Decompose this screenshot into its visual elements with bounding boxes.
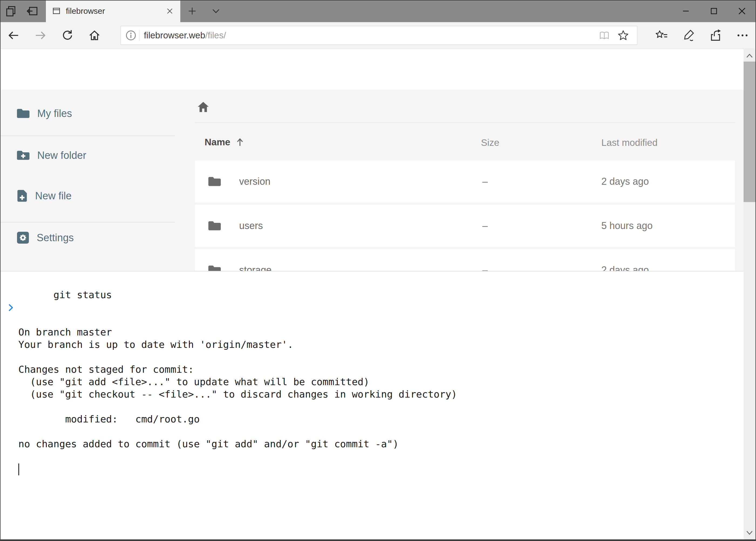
terminal-command: git status: [54, 289, 112, 300]
home-button[interactable]: [81, 22, 108, 49]
browser-tab-bar: filebrowser: [0, 0, 756, 22]
hub-favorites-button[interactable]: [648, 22, 675, 49]
terminal-cursor: [18, 463, 19, 475]
browser-tab-filebrowser[interactable]: filebrowser: [46, 0, 180, 22]
home-icon: [197, 101, 209, 113]
folder-icon: [208, 265, 221, 271]
file-row-users[interactable]: users – 5 hours ago: [195, 205, 735, 247]
sidebar-divider: [0, 222, 175, 223]
tab-close-icon[interactable]: [166, 7, 174, 15]
tab-preview-button[interactable]: [0, 0, 21, 22]
terminal-output-line: [0, 351, 756, 363]
tab-favicon: [52, 7, 61, 15]
terminal-output-line: Changes not staged for commit:: [0, 363, 756, 376]
folder-icon: [208, 176, 221, 187]
url-text: filebrowser.web/files/: [144, 30, 226, 41]
file-modified: 5 hours ago: [601, 220, 652, 232]
new-tab-button[interactable]: [180, 0, 204, 22]
terminal-output-line: Your branch is up to date with 'origin/m…: [0, 338, 756, 351]
window-border: [0, 0, 756, 1]
site-info-icon[interactable]: [125, 30, 136, 41]
file-size: –: [482, 265, 488, 271]
window-maximize-button[interactable]: [700, 0, 728, 22]
terminal-output-line: (use "git add <file>..." to update what …: [0, 376, 756, 388]
terminal-output-line: [0, 450, 756, 463]
file-name: version: [239, 176, 270, 187]
add-favorite-star-icon[interactable]: [614, 29, 632, 41]
new-folder-icon: [17, 150, 30, 161]
address-bar[interactable]: filebrowser.web/files/: [121, 26, 637, 45]
listing-column-headers: Name Size Last modified: [195, 135, 735, 152]
url-path: /files/: [205, 30, 226, 40]
page-scrollbar[interactable]: [744, 49, 755, 539]
sidebar-item-settings[interactable]: Settings: [17, 229, 74, 246]
scrollbar-thumb[interactable]: [744, 62, 755, 202]
terminal-output-line: On branch master: [0, 326, 756, 338]
sidebar-item-label: Settings: [37, 232, 74, 244]
terminal-output-line: no changes added to commit (use "git add…: [0, 438, 756, 450]
tab-title: filebrowser: [66, 6, 160, 16]
tab-preview-icon: [5, 5, 17, 17]
refresh-button[interactable]: [54, 22, 81, 49]
chevron-down-icon: [746, 530, 753, 536]
file-row-storage[interactable]: storage – 2 days ago: [195, 249, 735, 271]
reading-view-icon[interactable]: [595, 29, 614, 41]
terminal-output-line: modified: cmd/root.go: [0, 413, 756, 425]
browser-window: filebrowser: [0, 0, 756, 541]
file-size: –: [482, 220, 488, 232]
breadcrumb-home-button[interactable]: [197, 101, 209, 113]
terminal-panel[interactable]: git status On branch master Your branch …: [0, 271, 756, 539]
file-name: storage: [239, 265, 272, 271]
column-header-name[interactable]: Name: [205, 137, 244, 148]
sidebar-item-label: My files: [37, 108, 72, 119]
file-size: –: [482, 176, 488, 187]
sidebar-item-my-files[interactable]: My files: [17, 105, 72, 122]
url-domain: filebrowser.web: [144, 30, 205, 40]
scrollbar-up-button[interactable]: [744, 49, 755, 62]
chevron-up-icon: [746, 53, 753, 58]
browser-navbar: filebrowser.web/files/: [0, 22, 756, 49]
window-border: [0, 0, 1, 541]
window-border: [0, 539, 756, 541]
sidebar-divider: [0, 136, 175, 136]
file-row-version[interactable]: version – 2 days ago: [195, 161, 735, 203]
filebrowser-page: My files New folder New file Settings: [0, 90, 756, 271]
set-tabs-aside-icon: [26, 5, 38, 17]
terminal-output-line: [0, 425, 756, 438]
sidebar-item-new-folder[interactable]: New folder: [17, 147, 86, 164]
scrollbar-down-button[interactable]: [744, 526, 755, 539]
web-notes-pen-button[interactable]: [675, 22, 702, 49]
sidebar-item-new-file[interactable]: New file: [17, 187, 72, 205]
sidebar-item-label: New folder: [37, 150, 86, 161]
sort-ascending-arrow-icon: [236, 138, 244, 147]
folder-icon: [17, 108, 30, 119]
column-header-size[interactable]: Size: [481, 137, 499, 148]
terminal-prompt-line: git status: [0, 276, 756, 313]
filebrowser-header: [0, 49, 756, 90]
settings-more-ellipsis-button[interactable]: [729, 22, 756, 49]
column-header-modified[interactable]: Last modified: [601, 137, 657, 148]
file-name: users: [239, 220, 263, 232]
folder-icon: [208, 221, 221, 231]
window-minimize-button[interactable]: [672, 0, 700, 22]
terminal-output-line: [0, 400, 756, 413]
back-button[interactable]: [0, 22, 27, 49]
forward-button[interactable]: [27, 22, 54, 49]
file-modified: 2 days ago: [601, 176, 649, 187]
window-close-button[interactable]: [728, 0, 756, 22]
terminal-cursor-line: [0, 463, 756, 475]
file-modified: 2 days ago: [601, 265, 649, 271]
address-separator: [139, 30, 139, 41]
share-button[interactable]: [702, 22, 729, 49]
new-file-icon: [17, 189, 28, 202]
listing-divider: [195, 122, 735, 123]
terminal-output-line: [0, 313, 756, 326]
settings-gear-icon: [17, 232, 29, 244]
tab-list-dropdown-button[interactable]: [204, 0, 228, 22]
set-tabs-aside-button[interactable]: [21, 0, 43, 22]
sidebar-item-label: New file: [35, 190, 72, 202]
terminal-output-line: (use "git checkout -- <file>..." to disc…: [0, 388, 756, 400]
